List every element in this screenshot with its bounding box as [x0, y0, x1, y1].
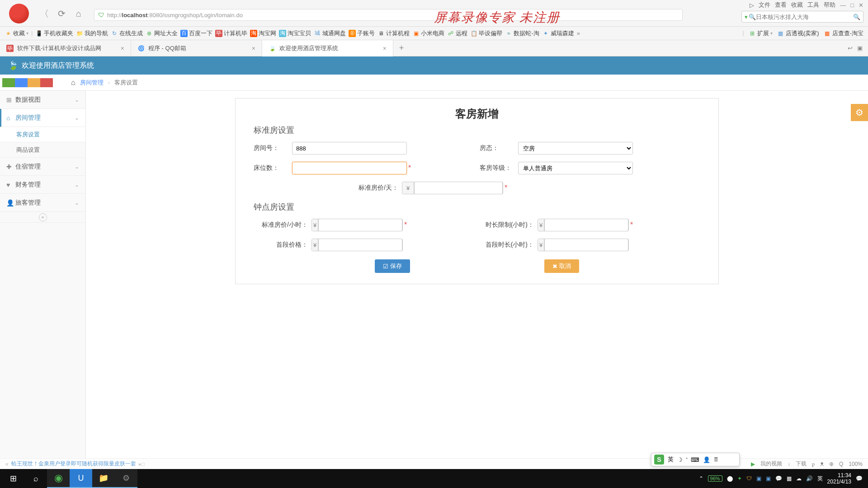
settings-gear[interactable]: ⚙: [851, 104, 868, 121]
status-item[interactable]: 我的视频: [760, 460, 782, 468]
tray-icon[interactable]: ✦: [737, 475, 742, 482]
tray-volume-icon[interactable]: 🔊: [806, 475, 813, 482]
level-select[interactable]: 单人普通房: [518, 162, 633, 174]
home-button[interactable]: ⌂: [73, 8, 84, 19]
ime-lang[interactable]: 英: [668, 455, 674, 464]
status-item[interactable]: ᵱ: [812, 461, 815, 467]
tab-close-icon[interactable]: ×: [252, 45, 255, 52]
tab-close-icon[interactable]: ×: [121, 45, 124, 52]
bookmark-item[interactable]: ✦威瑞森建: [542, 29, 574, 38]
bookmark-more[interactable]: »: [577, 30, 580, 37]
tray-icon[interactable]: ▣: [756, 475, 761, 482]
status-item[interactable]: ⊕: [829, 461, 834, 467]
bookmark-item[interactable]: ≈数据蛇-淘: [505, 29, 539, 38]
tray-chevron-icon[interactable]: ⌃: [699, 475, 703, 482]
home-icon[interactable]: ⌂: [71, 79, 75, 87]
menu-file[interactable]: 文件: [759, 1, 770, 9]
theme-blue[interactable]: [15, 78, 28, 87]
window-close-icon[interactable]: ✕: [859, 2, 863, 9]
ime-comma-icon[interactable]: ': [686, 456, 687, 463]
bookmark-item[interactable]: 📱手机收藏夹: [35, 29, 73, 38]
ext-button[interactable]: ▦店查查-淘宝: [824, 29, 863, 38]
search-go-icon[interactable]: 🔍: [853, 14, 860, 20]
play-icon[interactable]: ▷: [750, 2, 754, 9]
refresh-button[interactable]: ⟳: [56, 8, 67, 19]
hr-limit-input[interactable]: [544, 219, 628, 231]
ime-user-icon[interactable]: 👤: [703, 456, 710, 463]
tab-item[interactable]: 🍃 欢迎使用酒店管理系统 ×: [262, 40, 393, 56]
battery-status[interactable]: 96%: [708, 475, 722, 482]
tray-icon[interactable]: ▦: [787, 475, 792, 482]
tab-item[interactable]: 毕 软件下载-计算机毕业设计成品网 ×: [0, 40, 131, 56]
sidebar-item-stay[interactable]: ✚ 住宿管理 ⌄: [0, 158, 85, 176]
theme-green[interactable]: [2, 78, 15, 87]
bookmark-item[interactable]: 毕计算机毕: [215, 29, 247, 38]
tray-clock[interactable]: 11:34 2021/4/13: [827, 472, 851, 485]
sidebar-item-room[interactable]: ⌂ 房间管理 ⌄: [0, 109, 85, 127]
bookmark-item[interactable]: ☍远程: [447, 29, 467, 38]
chevron-icon[interactable]: «: [5, 461, 9, 467]
profile-avatar[interactable]: [9, 4, 29, 23]
menu-tools[interactable]: 工具: [807, 1, 819, 9]
tray-icon[interactable]: ⬤: [727, 475, 733, 482]
zoom-level[interactable]: 100%: [849, 461, 863, 467]
back-button[interactable]: 〈: [39, 8, 50, 19]
bookmark-item[interactable]: 🖥计算机程: [377, 29, 410, 38]
ime-grid-icon[interactable]: ⠿: [714, 456, 718, 463]
bookmark-item[interactable]: 📋毕设偏帮: [470, 29, 502, 38]
menu-help[interactable]: 帮助: [824, 1, 835, 9]
status-item[interactable]: 下载: [796, 460, 807, 468]
bookmark-item[interactable]: ®子账号: [349, 29, 375, 38]
restore-tab-icon[interactable]: ↩: [848, 45, 853, 52]
bookmark-item[interactable]: 淘淘宝网: [250, 29, 276, 38]
taskbar-app[interactable]: ⚙: [115, 469, 137, 488]
theme-orange[interactable]: [28, 78, 40, 87]
cancel-button[interactable]: ✖取消: [544, 259, 579, 273]
bookmark-item[interactable]: 百百度一下: [180, 29, 212, 38]
tab-list-icon[interactable]: ▣: [857, 45, 863, 52]
sidebar-sub-roomset[interactable]: 客房设置: [0, 127, 85, 142]
breadcrumb-link[interactable]: 房间管理: [80, 79, 104, 87]
sidebar-item-guest[interactable]: 👤 旅客管理 ⌄: [0, 194, 85, 212]
search-button[interactable]: ⌕: [24, 469, 47, 488]
sidebar-sub-goodset[interactable]: 商品设置: [0, 142, 85, 158]
status-text[interactable]: 蛤王现世！金泉用户登录即可随机获得限量皮肤一套: [11, 460, 136, 468]
sidebar-item-finance[interactable]: ♥ 财务管理 ⌄: [0, 176, 85, 194]
room-no-input[interactable]: [292, 142, 407, 155]
sidebar-collapse[interactable]: «: [0, 212, 85, 223]
window-max-icon[interactable]: □: [850, 2, 854, 9]
tray-icon[interactable]: 🛡: [746, 475, 752, 482]
menu-fav[interactable]: 收藏: [791, 1, 803, 9]
video-icon[interactable]: ▶: [751, 461, 755, 467]
bookmark-item[interactable]: ⊕网址大全: [146, 29, 178, 38]
search-engine-icon[interactable]: ▾: [745, 14, 748, 20]
bookmark-item[interactable]: 淘淘宝宝贝: [279, 29, 311, 38]
tray-icon[interactable]: ▣: [766, 475, 771, 482]
browser-search[interactable]: ▾ 🔍 🔍: [741, 11, 863, 23]
status-item[interactable]: Q: [839, 461, 843, 467]
sidebar-item-dataview[interactable]: ⊞ 数据视图 ⌄: [0, 91, 85, 109]
ext-button[interactable]: ▦店透视(卖家): [777, 29, 819, 38]
bookmark-item[interactable]: ▣小米电商: [412, 29, 444, 38]
tab-item[interactable]: 🌀 程序 - QQ邮箱 ×: [131, 40, 262, 56]
address-bar[interactable]: 🛡 http://localhost:8080/ssmgrogshop/Logi…: [94, 9, 683, 21]
ext-button[interactable]: ⊞扩展▾: [749, 29, 773, 38]
menu-view[interactable]: 查看: [775, 1, 787, 9]
std-price-input[interactable]: [414, 182, 503, 194]
tray-lang[interactable]: 英: [817, 475, 823, 483]
browser-search-input[interactable]: [756, 14, 853, 20]
ime-toolbar[interactable]: S 英 ☽ ' ⌨ 👤 ⠿: [651, 453, 740, 466]
taskbar-app[interactable]: ◉: [47, 469, 70, 488]
bookmark-item[interactable]: 城城通网盘: [314, 29, 346, 38]
window-min-icon[interactable]: —: [840, 2, 846, 9]
status-item[interactable]: ↓: [788, 461, 790, 467]
hr-price-input[interactable]: [318, 219, 402, 231]
theme-red[interactable]: [40, 78, 53, 87]
bookmark-item[interactable]: 📁我的导航: [76, 29, 108, 38]
taskbar-app[interactable]: 📁: [92, 469, 115, 488]
tray-icon[interactable]: ☁: [796, 475, 802, 482]
status-item[interactable]: ᴥ: [820, 461, 824, 467]
tab-close-icon[interactable]: ×: [383, 45, 387, 52]
taskbar-app[interactable]: U: [70, 469, 92, 488]
save-button[interactable]: ☑保存: [375, 259, 410, 273]
